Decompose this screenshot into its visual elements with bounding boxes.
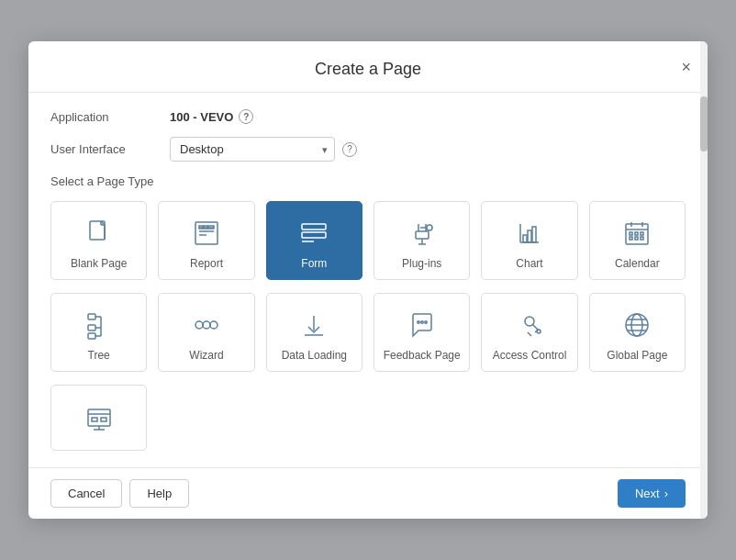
calendar-label: Calendar <box>615 257 660 270</box>
svg-rect-30 <box>641 237 643 240</box>
ui-select-wrapper: Desktop Mobile Tablet ▾ <box>170 137 335 162</box>
create-page-modal: Create a Page × Application 100 - VEVO ?… <box>28 41 708 519</box>
svg-point-40 <box>210 321 217 329</box>
page-types-row2: Tree Wizard <box>50 293 686 372</box>
calendar-icon <box>620 217 653 250</box>
svg-rect-18 <box>523 235 527 242</box>
access-control-label: Access Control <box>493 349 567 362</box>
close-button[interactable]: × <box>681 59 691 75</box>
tree-label: Tree <box>88 349 110 362</box>
section-label: Select a Page Type <box>50 174 686 188</box>
svg-rect-0 <box>90 221 105 240</box>
blank-page-icon <box>83 217 116 250</box>
page-types-row3 <box>50 385 686 451</box>
svg-point-45 <box>420 321 422 323</box>
wizard-icon <box>190 308 223 342</box>
svg-rect-27 <box>641 232 643 235</box>
data-loading-label: Data Loading <box>282 349 347 362</box>
svg-rect-28 <box>630 237 632 240</box>
svg-line-51 <box>528 332 531 336</box>
modal-overlay: Create a Page × Application 100 - VEVO ?… <box>0 0 736 560</box>
footer-left-buttons: Cancel Help <box>50 479 189 508</box>
modal-footer: Cancel Help Next › <box>28 467 708 519</box>
page-type-feedback-page[interactable]: Feedback Page <box>374 293 470 372</box>
page-type-legacy[interactable] <box>50 385 147 451</box>
svg-rect-11 <box>302 232 326 238</box>
chevron-right-icon: › <box>664 487 668 500</box>
help-button[interactable]: Help <box>129 479 189 508</box>
page-type-form[interactable]: Form <box>266 201 362 280</box>
ui-label: User Interface <box>50 142 170 156</box>
legacy-icon <box>83 400 116 433</box>
svg-rect-31 <box>88 314 95 319</box>
plug-ins-label: Plug-ins <box>402 257 441 270</box>
plug-ins-icon <box>406 217 439 250</box>
page-type-plug-ins[interactable]: Plug-ins <box>374 201 470 280</box>
svg-point-49 <box>537 330 541 333</box>
svg-rect-25 <box>630 232 632 235</box>
page-type-calendar[interactable]: Calendar <box>589 201 686 280</box>
chart-icon <box>513 217 546 250</box>
svg-rect-32 <box>88 325 95 330</box>
modal-body: Application 100 - VEVO ? User Interface … <box>28 93 708 467</box>
page-type-global-page[interactable]: Global Page <box>589 293 686 372</box>
modal-header: Create a Page × <box>28 41 708 93</box>
global-page-label: Global Page <box>607 349 667 362</box>
application-value: 100 - VEVO ? <box>170 109 253 124</box>
blank-page-label: Blank Page <box>71 257 127 270</box>
application-help-icon[interactable]: ? <box>239 109 253 124</box>
svg-rect-19 <box>528 230 531 242</box>
global-page-icon <box>620 308 653 342</box>
data-loading-icon <box>297 308 330 342</box>
next-button[interactable]: Next › <box>618 479 686 508</box>
feedback-page-icon <box>406 308 439 342</box>
svg-rect-29 <box>635 237 638 240</box>
page-type-chart[interactable]: Chart <box>481 201 577 280</box>
modal-title: Create a Page <box>315 60 421 79</box>
page-type-blank-page[interactable]: Blank Page <box>50 201 147 280</box>
svg-point-46 <box>424 321 426 323</box>
svg-rect-13 <box>416 231 429 239</box>
access-control-icon <box>513 308 546 342</box>
feedback-page-label: Feedback Page <box>384 349 461 362</box>
svg-rect-10 <box>302 224 326 230</box>
form-icon <box>297 217 330 250</box>
page-type-report[interactable]: Report <box>158 201 254 280</box>
svg-point-39 <box>203 321 210 329</box>
application-label: Application <box>50 110 170 124</box>
chart-label: Chart <box>516 257 542 270</box>
svg-rect-60 <box>101 418 106 421</box>
ui-select[interactable]: Desktop Mobile Tablet <box>170 137 335 162</box>
tree-icon <box>83 308 116 342</box>
svg-point-15 <box>427 225 432 230</box>
cancel-button[interactable]: Cancel <box>50 479 122 508</box>
report-icon <box>190 217 223 250</box>
scrollbar-track[interactable] <box>700 41 708 519</box>
page-types-row1: Blank Page Report Form <box>50 201 686 280</box>
page-type-wizard[interactable]: Wizard <box>158 293 254 372</box>
wizard-label: Wizard <box>189 349 223 362</box>
page-type-access-control[interactable]: Access Control <box>481 293 577 372</box>
page-type-data-loading[interactable]: Data Loading <box>266 293 362 372</box>
scrollbar-thumb[interactable] <box>700 96 708 151</box>
application-row: Application 100 - VEVO ? <box>50 109 686 124</box>
user-interface-row: User Interface Desktop Mobile Tablet ▾ ? <box>50 137 686 162</box>
report-label: Report <box>190 257 223 270</box>
svg-rect-26 <box>635 232 638 235</box>
page-type-tree[interactable]: Tree <box>50 293 147 372</box>
form-label: Form <box>301 257 327 270</box>
svg-rect-33 <box>88 333 95 339</box>
svg-point-44 <box>417 321 418 323</box>
svg-point-38 <box>195 321 203 329</box>
ui-help-icon[interactable]: ? <box>342 142 357 157</box>
svg-rect-59 <box>92 418 97 421</box>
svg-rect-20 <box>532 227 536 242</box>
